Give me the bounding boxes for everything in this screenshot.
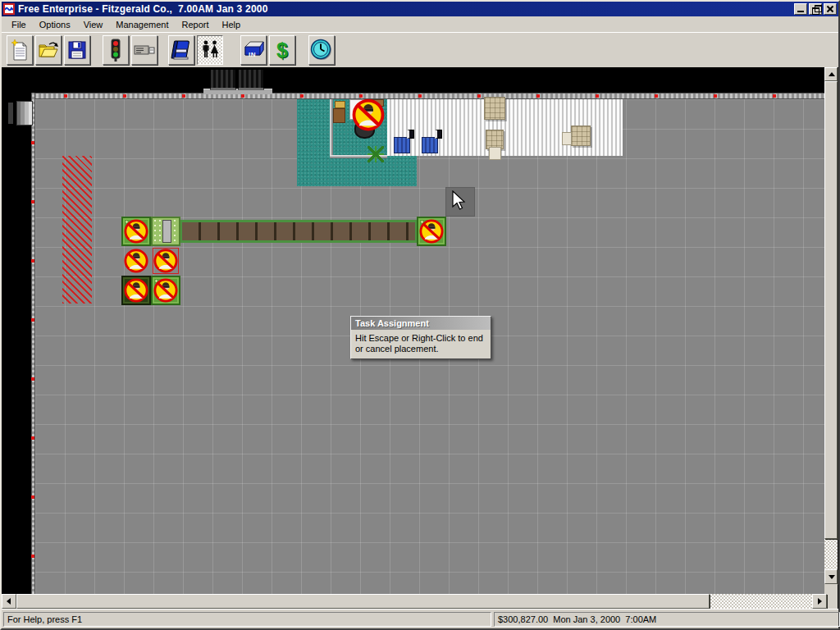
no-worker-icon bbox=[124, 249, 148, 273]
wall-marker-dot bbox=[418, 94, 422, 98]
save-icon bbox=[67, 40, 87, 60]
no-worker-icon bbox=[124, 219, 148, 244]
chip bbox=[435, 130, 442, 139]
up-arrow-icon bbox=[829, 72, 835, 76]
close-button[interactable] bbox=[824, 3, 837, 15]
office-plant bbox=[368, 146, 384, 162]
machine[interactable] bbox=[417, 217, 446, 246]
wall-marker-dot bbox=[31, 436, 34, 440]
card-reader-icon bbox=[134, 43, 155, 57]
wall-marker-dot bbox=[31, 318, 34, 322]
dollar-icon: $ bbox=[276, 40, 288, 61]
menu-item-options[interactable]: Options bbox=[33, 18, 77, 31]
title-bar: Free Enterprise - Fitzgerald Co., 7.00AM… bbox=[2, 2, 838, 16]
horizontal-scrollbar[interactable] bbox=[2, 594, 827, 609]
vertical-scroll-thumb[interactable] bbox=[824, 81, 838, 539]
clock-icon bbox=[310, 39, 333, 62]
wall-marker-dot bbox=[31, 259, 34, 262]
desk-cabinet bbox=[333, 108, 345, 123]
wall-marker-dot bbox=[123, 94, 126, 98]
wall-marker-dot bbox=[31, 495, 34, 499]
horizontal-scroll-thumb[interactable] bbox=[16, 594, 710, 609]
status-help-text: For Help, press F1 bbox=[3, 612, 491, 627]
bluebox bbox=[422, 137, 438, 153]
mouse-cursor bbox=[451, 190, 468, 212]
tooltip-title: Task Assignment bbox=[351, 317, 491, 330]
app-window: Free Enterprise - Fitzgerald Co., 7.00AM… bbox=[0, 0, 840, 630]
no-worker-marker[interactable] bbox=[123, 248, 149, 274]
wall-marker-dot bbox=[31, 200, 34, 203]
scroll-up-button[interactable] bbox=[824, 67, 838, 81]
right-arrow-icon bbox=[818, 598, 822, 605]
down-arrow-icon bbox=[829, 575, 835, 579]
clock-button[interactable] bbox=[308, 35, 335, 65]
wall-marker-dot bbox=[31, 555, 34, 558]
bluebox bbox=[394, 137, 410, 153]
wall-marker-dot bbox=[655, 94, 658, 98]
restore-button[interactable] bbox=[809, 3, 822, 15]
new-file-button[interactable] bbox=[7, 35, 33, 65]
open-file-button[interactable] bbox=[35, 35, 62, 65]
in-tray-button[interactable]: IN bbox=[240, 35, 267, 65]
wall-marker-dot bbox=[31, 377, 34, 381]
minimize-button[interactable] bbox=[794, 3, 807, 15]
menu-item-view[interactable]: View bbox=[77, 18, 110, 31]
open-folder-icon bbox=[38, 41, 59, 59]
wall-marker-dot bbox=[241, 94, 244, 98]
menu-bar: FileOptionsViewManagementReportHelp bbox=[2, 16, 838, 32]
save-file-button[interactable] bbox=[64, 35, 90, 65]
finance-button[interactable]: $ bbox=[269, 35, 295, 65]
no-worker-marker[interactable] bbox=[351, 98, 386, 132]
toolbar: IN $ bbox=[2, 32, 838, 67]
no-worker-icon bbox=[419, 219, 444, 244]
wall-marker-dot bbox=[477, 94, 481, 98]
lightbox bbox=[489, 147, 501, 160]
window-title: Free Enterprise - Fitzgerald Co., 7.00AM… bbox=[18, 2, 794, 16]
wall-marker-dot bbox=[536, 94, 540, 98]
no-worker-icon bbox=[352, 98, 385, 131]
factory-map[interactable]: Task Assignment Hit Escape or Right-Clic… bbox=[2, 67, 838, 609]
menu-item-file[interactable]: File bbox=[5, 18, 33, 31]
no-worker-icon bbox=[124, 278, 148, 303]
wall-marker-dot bbox=[300, 94, 304, 98]
scroll-down-button[interactable] bbox=[824, 569, 838, 584]
machine[interactable] bbox=[121, 217, 151, 246]
tooltip-body: Hit Escape or Right-Click to end or canc… bbox=[351, 330, 491, 358]
status-bar: For Help, press F1 $300,827.00 Mon Jan 3… bbox=[2, 609, 838, 628]
wall-marker-dot bbox=[64, 94, 67, 98]
machine[interactable] bbox=[121, 276, 151, 305]
game-client-area: Task Assignment Hit Escape or Right-Clic… bbox=[2, 67, 838, 609]
conveyor[interactable] bbox=[180, 220, 417, 243]
traffic-light-button[interactable] bbox=[103, 35, 129, 65]
wall-marker-dot bbox=[773, 94, 776, 98]
no-worker-icon bbox=[153, 249, 178, 273]
truck-trailer bbox=[210, 69, 236, 90]
menu-item-help[interactable]: Help bbox=[216, 18, 248, 31]
lightbox bbox=[562, 132, 572, 145]
no-worker-icon bbox=[153, 278, 178, 303]
desk-folder bbox=[335, 101, 345, 108]
scroll-left-button[interactable] bbox=[2, 594, 16, 609]
menu-item-report[interactable]: Report bbox=[176, 18, 216, 31]
wall-top bbox=[31, 93, 827, 99]
machine[interactable] bbox=[151, 276, 180, 305]
scroll-right-button[interactable] bbox=[812, 594, 827, 609]
wall-marker-dot bbox=[182, 94, 185, 98]
menu-item-management[interactable]: Management bbox=[109, 18, 175, 31]
no-worker-marker[interactable] bbox=[153, 248, 179, 274]
machine[interactable] bbox=[151, 217, 180, 246]
wall-marker-dot bbox=[359, 94, 363, 98]
phone-book-button[interactable] bbox=[168, 35, 194, 65]
wall-marker-dot bbox=[31, 141, 34, 144]
restricted-zone-hatch bbox=[62, 156, 92, 304]
phone-book-icon bbox=[170, 39, 193, 61]
personnel-button[interactable] bbox=[197, 35, 223, 65]
left-arrow-icon bbox=[7, 598, 11, 605]
traffic-light-icon bbox=[107, 39, 124, 62]
vertical-scrollbar[interactable] bbox=[824, 67, 838, 609]
people-icon bbox=[199, 39, 221, 61]
wall-left bbox=[31, 93, 35, 594]
side-dock bbox=[16, 101, 33, 126]
card-reader-button[interactable] bbox=[131, 35, 158, 65]
truck-trailer bbox=[238, 69, 264, 90]
